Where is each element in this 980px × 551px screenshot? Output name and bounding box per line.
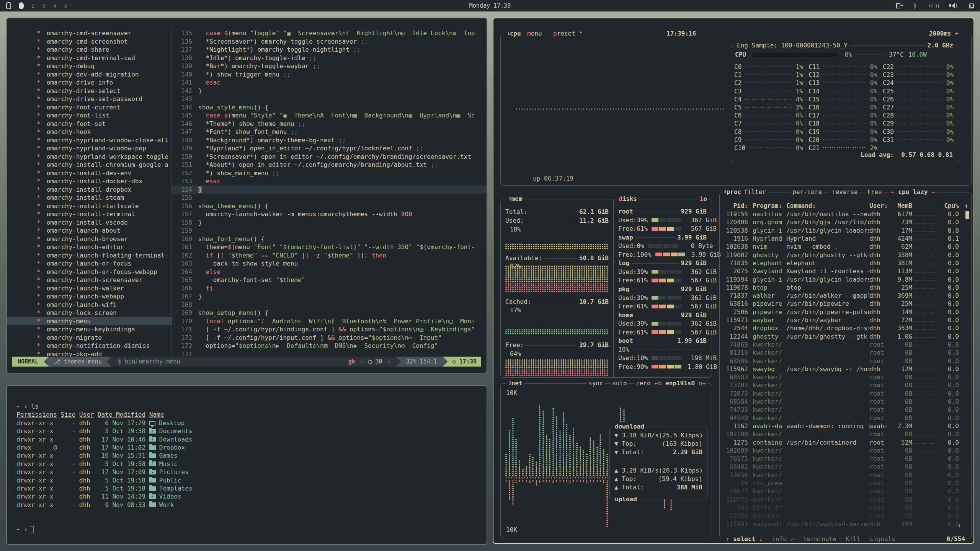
info-button[interactable]: info ↵ bbox=[769, 535, 796, 543]
file-list-item[interactable]: *omarchy-notification-dismiss bbox=[7, 342, 172, 350]
file-list-item[interactable]: *omarchy-drive-info bbox=[7, 78, 172, 87]
file-list-item[interactable]: *omarchy-cmd-share bbox=[7, 46, 172, 54]
select-button[interactable]: ↑ select ↓ bbox=[724, 535, 765, 543]
process-row[interactable]: 68584kworker/root0B0.0 bbox=[724, 398, 968, 406]
file-list-item[interactable]: *omarchy-launch-or-focus-webapp bbox=[7, 268, 172, 276]
file-list-item[interactable]: *omarchy-font-current bbox=[7, 103, 172, 112]
process-row[interactable]: 1916HyprlandHyprlanddhh424M0.1 bbox=[724, 235, 968, 243]
process-row[interactable]: 119155nautilus/usr/bin/nautilus --newdhh… bbox=[724, 210, 968, 218]
file-list-item[interactable]: *omarchy-font-list bbox=[7, 111, 172, 120]
file-list-item[interactable]: *omarchy-menu bbox=[7, 317, 172, 326]
process-row[interactable]: 72073kworker/root0B0.0 bbox=[724, 390, 968, 398]
code-line[interactable] bbox=[198, 227, 487, 235]
logout-icon[interactable]: → bbox=[895, 2, 902, 9]
process-row[interactable]: 63816pipewire/usr/bin/pipewiredhh25M0.0 bbox=[724, 300, 968, 308]
proc-filter-button[interactable]: filter bbox=[742, 188, 768, 196]
code-line[interactable]: show_setup_menu() { bbox=[198, 309, 487, 317]
process-row[interactable]: 115971waybar/usr/bin/waybardhh72M0.0 bbox=[724, 316, 968, 324]
terminate-button[interactable]: terminate bbox=[801, 535, 839, 543]
process-row[interactable]: 102099kworker/root0B0.0 bbox=[724, 447, 968, 455]
scroll-down-icon[interactable]: ↓ bbox=[957, 522, 961, 529]
file-list-item[interactable]: *omarchy-install-chromium-google-a bbox=[7, 161, 172, 169]
code-line[interactable]: *) show_main_menu ;; bbox=[198, 169, 487, 178]
file-list-item[interactable]: *omarchy-hook bbox=[7, 128, 172, 136]
process-row[interactable]: 2075XwaylandXwayland :1 -rootless -dhh11… bbox=[724, 267, 968, 275]
file-list-item[interactable]: *omarchy-launch-editor bbox=[7, 243, 172, 251]
file-list-item[interactable]: *omarchy-cmd-terminal-cwd bbox=[7, 54, 172, 62]
volume-icon[interactable]: ) bbox=[949, 2, 958, 9]
code-line[interactable]: *Bar*) omarchy-toggle-waybar ;; bbox=[198, 62, 487, 70]
code-line[interactable]: *Theme*) show_theme_menu ;; bbox=[198, 120, 487, 128]
proc-tree-button[interactable]: tree bbox=[865, 188, 884, 196]
cpu-icon[interactable] bbox=[968, 2, 975, 9]
file-list-item[interactable]: *omarchy-font-set bbox=[7, 120, 172, 128]
process-row[interactable]: 74869kworker/root0B0.0 bbox=[724, 341, 968, 349]
process-row[interactable]: 110775kworker/root0B0.0 bbox=[724, 496, 968, 504]
file-list-item[interactable]: *omarchy-install-docker-dbs bbox=[7, 177, 172, 186]
process-row[interactable]: 68402kworker/root0B0.0 bbox=[724, 463, 968, 471]
file-list-item[interactable]: *omarchy-hyprland-window-pop bbox=[7, 144, 172, 153]
file-list-item[interactable]: *omarchy-drive-set-password bbox=[7, 95, 172, 103]
net-zero-button[interactable]: zero bbox=[634, 379, 653, 388]
network-icon[interactable]: ((·)) bbox=[929, 2, 939, 9]
code-line[interactable]: theme=$(menu "Font" "$(omarchy-font-list… bbox=[198, 243, 487, 251]
shell-prompt-input[interactable]: ~ › bbox=[16, 525, 483, 533]
process-row[interactable]: 119002ghostty/usr/bin/ghostty --gtk-dhh3… bbox=[724, 251, 968, 259]
code-line[interactable] bbox=[198, 95, 487, 103]
proc-scrollbar[interactable] bbox=[965, 211, 969, 219]
file-list-item[interactable]: *omarchy-launch-browser bbox=[7, 235, 172, 243]
code-line[interactable]: *) show_trigger_menu ;; bbox=[198, 70, 487, 79]
code-line[interactable]: } bbox=[198, 218, 487, 227]
file-list-item[interactable]: *omarchy-launch-webapp bbox=[7, 292, 172, 301]
file-list-item[interactable]: *omarchy-launch-about bbox=[7, 227, 172, 235]
code-line[interactable]: show_theme_menu() { bbox=[198, 202, 487, 210]
code-line[interactable]: omarchy-launch-walker -m menus:omarchyth… bbox=[198, 210, 487, 218]
file-list-item[interactable]: *omarchy-menu-keybindings bbox=[7, 325, 172, 334]
kill-button[interactable]: Kill bbox=[843, 535, 863, 543]
process-row[interactable]: 94540kworker/root0B0.0 bbox=[724, 414, 968, 422]
code-line[interactable]: *Nightlight*) omarchy-toggle-nightlight … bbox=[198, 46, 487, 54]
net-sync-button[interactable]: sync bbox=[586, 379, 605, 388]
menu-button[interactable]: menu bbox=[525, 29, 544, 38]
file-list-item[interactable]: *omarchy-hyprland-window-close-all bbox=[7, 136, 172, 145]
process-row[interactable]: 119594glycin-i/usr/lib/glycin-loadersdhh… bbox=[724, 275, 968, 283]
process-row[interactable]: 119078btopbtopdhh25M0.0 bbox=[724, 284, 968, 292]
proc-reverse-button[interactable]: reverse bbox=[830, 188, 859, 196]
process-row[interactable]: 115962swaybg/usr/bin/swaybg -i /homdhh12… bbox=[724, 365, 968, 373]
code-line[interactable]: case $(menu "Toggle" "▣ Screensaver\n☾ N… bbox=[198, 29, 487, 37]
process-row[interactable]: 76575kworker/root0B0.0 bbox=[724, 455, 968, 463]
code-line[interactable]: options="$options\n▶ Defaults\n▥ DNS\n◆ … bbox=[198, 342, 487, 350]
process-row[interactable]: 81310kworker/root0B0.0 bbox=[724, 349, 968, 357]
code-line[interactable] bbox=[198, 194, 487, 202]
file-list-item[interactable]: *omarchy-cmd-screenshot bbox=[7, 37, 172, 46]
tab-cpu[interactable]: 1cpu bbox=[505, 29, 523, 38]
process-row[interactable]: 803btrfs-trroot0B0.0 bbox=[724, 504, 968, 512]
code-line[interactable]: show_style_menu() { bbox=[198, 103, 487, 112]
process-row[interactable]: 115991swayosd-/usr/bin/swayosd-serverdhh… bbox=[724, 520, 968, 528]
code-line[interactable]: } bbox=[198, 87, 487, 95]
file-list-item[interactable]: *omarchy-launch-screensaver bbox=[7, 276, 172, 284]
process-row[interactable]: 76577kworker/root0B0.0 bbox=[724, 487, 968, 495]
file-list-item[interactable]: *omarchy-launch-floating-terminal- bbox=[7, 251, 172, 260]
process-row[interactable]: 73656kworker/root0B0.0 bbox=[724, 471, 968, 479]
code-line[interactable]: } bbox=[198, 292, 487, 301]
proc-percore-button[interactable]: per-core bbox=[791, 188, 824, 196]
io-title[interactable]: io bbox=[698, 195, 709, 203]
code-line[interactable]: *Background*) omarchy-theme-bg-next ;; bbox=[198, 136, 487, 145]
file-list-item[interactable]: *omarchy-launch-or-focus bbox=[7, 259, 172, 268]
code-line[interactable]: esac bbox=[198, 177, 487, 186]
file-list-item[interactable]: *omarchy-dev-add-migration bbox=[7, 70, 172, 79]
file-list-item[interactable]: *omarchy-install-steam bbox=[7, 194, 172, 202]
process-row[interactable]: 1162avahi-daavahi-daemon: running [avahi… bbox=[724, 422, 968, 430]
process-row[interactable]: 12244ghostty/usr/bin/ghostty --gtk-dhh1.… bbox=[724, 333, 968, 341]
code-line[interactable]: local options="♪ Audio\n≈ Wifi\nᛒ Blueto… bbox=[198, 317, 487, 326]
refresh-interval[interactable]: - 2000ms + bbox=[920, 29, 960, 38]
tab-proc[interactable]: 4proc bbox=[722, 188, 743, 196]
process-row[interactable]: 1275containe/usr/bin/containerdroot52M0.… bbox=[724, 438, 968, 446]
file-list-item[interactable]: *omarchy-cmd-screensaver bbox=[7, 29, 172, 37]
code-line[interactable]: fi bbox=[198, 284, 487, 293]
code-line[interactable]: back_to show_style_menu bbox=[198, 259, 487, 268]
code-line[interactable]: else bbox=[198, 268, 487, 276]
file-list-item[interactable]: *omarchy-install-dev-env bbox=[7, 169, 172, 178]
process-row[interactable]: 72088kworker/root0B0.0 bbox=[724, 512, 968, 520]
